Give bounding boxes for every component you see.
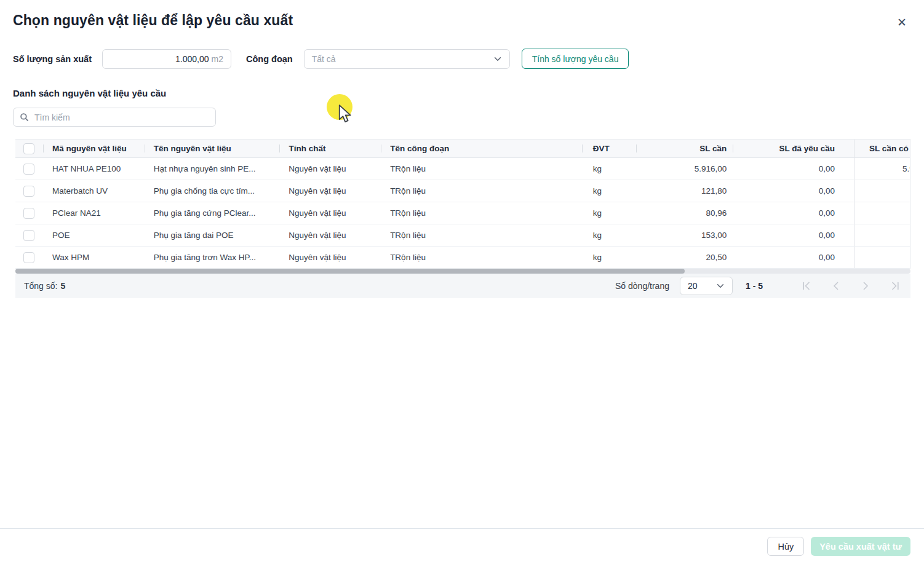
scrollbar-thumb[interactable]: [15, 269, 685, 274]
row-checkbox[interactable]: [23, 230, 34, 241]
column-header-code[interactable]: Mã nguyên vật liệu: [43, 140, 145, 157]
cell-type: Nguyên vật liệu: [279, 224, 381, 246]
cell-name: Phụ gia tăng trơn Wax HP...: [145, 247, 280, 268]
mouse-cursor-icon: [338, 105, 354, 123]
stage-select[interactable]: Tất cả: [304, 49, 510, 69]
header-checkbox-cell: [15, 140, 43, 157]
column-header-qty-requested[interactable]: SL đã yêu cầu: [733, 140, 854, 157]
row-checkbox-cell: [15, 180, 43, 202]
total-count: Tổng số: 5: [24, 281, 65, 291]
cell-type: Nguyên vật liệu: [279, 158, 381, 180]
column-header-unit[interactable]: ĐVT: [582, 140, 636, 157]
search-placeholder: Tìm kiếm: [34, 113, 70, 122]
close-icon[interactable]: ✕: [894, 14, 909, 31]
cell-qty-requested: 0,00: [733, 180, 854, 202]
cell-unit: kg: [582, 180, 636, 202]
table-header-row: Mã nguyên vật liệu Tên nguyên vật liệu T…: [15, 139, 910, 158]
table-row: Wax HPMPhụ gia tăng trơn Wax HP...Nguyên…: [15, 247, 910, 269]
cell-qty-remaining: [854, 247, 910, 268]
quantity-form-row: Số lượng sản xuất 1.000,00 m2 Công đoạn …: [13, 49, 924, 69]
column-header-type[interactable]: Tính chất: [279, 140, 381, 157]
row-checkbox[interactable]: [23, 186, 34, 197]
cell-name: Hạt nhựa nguyên sinh PE...: [145, 158, 280, 180]
cell-name: Phụ gia tăng dai POE: [145, 224, 280, 246]
column-header-name[interactable]: Tên nguyên vật liệu: [145, 140, 280, 157]
cell-code: Materbatch UV: [43, 180, 145, 202]
cell-code: HAT NHUA PE100: [43, 158, 145, 180]
total-label: Tổng số:: [24, 281, 57, 291]
cell-qty-needed: 20,50: [636, 247, 733, 268]
next-page-button[interactable]: [859, 279, 872, 293]
cell-qty-needed: 5.916,00: [636, 158, 733, 180]
cell-qty-needed: 80,96: [636, 202, 733, 224]
cell-unit: kg: [582, 158, 636, 180]
last-page-button[interactable]: [888, 279, 902, 293]
stage-select-value: Tất cả: [312, 54, 336, 64]
cell-unit: kg: [582, 224, 636, 246]
cell-qty-remaining: [854, 180, 910, 202]
calculate-quantity-button[interactable]: Tính số lượng yêu cầu: [522, 49, 629, 69]
cell-unit: kg: [582, 202, 636, 224]
cell-stage: TRộn liệu: [381, 158, 582, 180]
table-row: HAT NHUA PE100Hạt nhựa nguyên sinh PE...…: [15, 158, 910, 180]
cell-type: Nguyên vật liệu: [279, 202, 381, 224]
table-row: Materbatch UVPhụ gia chống tia cực tím..…: [15, 180, 910, 202]
chevron-right-icon: [861, 281, 870, 291]
row-checkbox[interactable]: [23, 164, 34, 175]
search-input[interactable]: Tìm kiếm: [13, 108, 216, 127]
column-header-qty-needed[interactable]: SL cần: [636, 140, 733, 157]
cell-qty-requested: 0,00: [733, 224, 854, 246]
page-range: 1 - 5: [746, 281, 763, 291]
material-select-dialog: Chọn nguyên vật liệu để lập yêu cầu xuất…: [0, 0, 924, 562]
material-list-title: Danh sách nguyên vật liệu yêu cầu: [13, 88, 924, 98]
horizontal-scrollbar: [15, 269, 910, 274]
dialog-header: Chọn nguyên vật liệu để lập yêu cầu xuất…: [0, 0, 924, 31]
cell-qty-requested: 0,00: [733, 202, 854, 224]
cell-type: Nguyên vật liệu: [279, 247, 381, 268]
dialog-actions: Hủy Yêu cầu xuất vật tư: [767, 537, 910, 556]
table-footer: Tổng số: 5 Số dòng/trang 20 1 - 5: [15, 274, 910, 298]
table-row: POEPhụ gia tăng dai POENguyên vật liệuTR…: [15, 224, 910, 247]
quantity-unit: m2: [212, 54, 223, 64]
cell-unit: kg: [582, 247, 636, 268]
stage-label: Công đoạn: [246, 54, 293, 64]
cell-name: Phụ gia tăng cứng PClear...: [145, 202, 280, 224]
cell-qty-remaining: 5.916,00: [854, 158, 910, 180]
chevron-down-icon: [493, 55, 502, 63]
column-header-qty-remaining[interactable]: SL cần có: [854, 140, 910, 157]
cell-qty-needed: 153,00: [636, 224, 733, 246]
search-icon: [20, 113, 29, 122]
row-checkbox[interactable]: [23, 252, 34, 263]
select-all-checkbox[interactable]: [23, 143, 34, 154]
rows-per-page-label: Số dòng/trang: [615, 281, 669, 291]
table-row: PClear NA21Phụ gia tăng cứng PClear...Ng…: [15, 202, 910, 224]
production-quantity-input[interactable]: 1.000,00 m2: [102, 49, 231, 69]
last-page-icon: [890, 281, 900, 291]
first-page-button[interactable]: [800, 279, 813, 293]
row-checkbox-cell: [15, 247, 43, 268]
first-page-icon: [802, 281, 811, 291]
production-quantity-label: Số lượng sản xuất: [13, 54, 92, 64]
cancel-button[interactable]: Hủy: [767, 537, 804, 556]
cell-code: POE: [43, 224, 145, 246]
rows-per-page-value: 20: [688, 281, 698, 291]
cell-code: Wax HPM: [43, 247, 145, 268]
cell-stage: TRộn liệu: [381, 224, 582, 246]
cell-qty-remaining: [854, 202, 910, 224]
rows-per-page-select[interactable]: 20: [680, 277, 733, 295]
cell-qty-requested: 0,00: [733, 247, 854, 268]
table-body: HAT NHUA PE100Hạt nhựa nguyên sinh PE...…: [15, 158, 910, 269]
materials-table: Mã nguyên vật liệu Tên nguyên vật liệu T…: [15, 139, 910, 269]
row-checkbox-cell: [15, 202, 43, 224]
pagination: Số dòng/trang 20 1 - 5: [615, 277, 902, 295]
cell-qty-needed: 121,80: [636, 180, 733, 202]
request-export-button[interactable]: Yêu cầu xuất vật tư: [811, 537, 910, 556]
column-header-stage[interactable]: Tên công đoạn: [381, 140, 582, 157]
row-checkbox-cell: [15, 224, 43, 246]
previous-page-button[interactable]: [829, 279, 843, 293]
cell-stage: TRộn liệu: [381, 180, 582, 202]
cell-code: PClear NA21: [43, 202, 145, 224]
cell-qty-remaining: [854, 224, 910, 246]
cell-stage: TRộn liệu: [381, 247, 582, 268]
row-checkbox[interactable]: [23, 208, 34, 219]
